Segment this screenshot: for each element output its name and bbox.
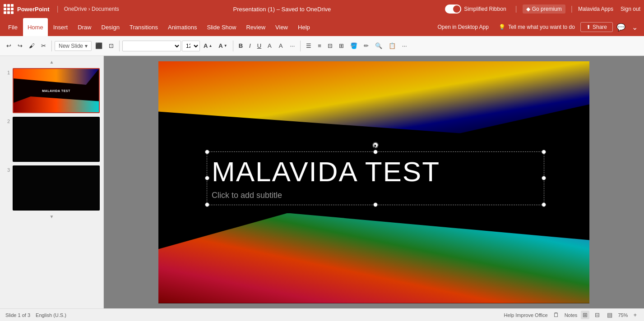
handle-br[interactable] <box>542 202 546 207</box>
menu-item-insert[interactable]: Insert <box>49 18 73 36</box>
clipboard-button[interactable]: 📋 <box>386 41 398 51</box>
toolbar-separator-2 <box>119 41 120 51</box>
slide-2-thumbnail[interactable] <box>13 117 100 162</box>
menu-item-home[interactable]: Home <box>23 18 48 36</box>
slide-3-number: 3 <box>4 167 10 173</box>
menu-item-draw[interactable]: Draw <box>73 18 96 36</box>
italic-button[interactable]: I <box>246 41 254 51</box>
handle-ml[interactable] <box>205 176 209 180</box>
breadcrumb[interactable]: OneDrive › Documents <box>64 6 119 12</box>
handle-bl[interactable] <box>205 202 209 207</box>
app-name: PowerPoint <box>17 6 50 13</box>
slide-canvas: ↻ MALAVIDA TEST Click to add subtitle <box>158 61 589 303</box>
redo-button[interactable]: ↪ <box>15 41 25 51</box>
crop-button[interactable]: ⊡ <box>106 41 116 51</box>
handle-tl[interactable] <box>205 150 209 154</box>
menu-item-design[interactable]: Design <box>97 18 124 36</box>
bullets-button[interactable]: ☰ <box>303 41 314 51</box>
slide-1-thumbnail[interactable]: MALAVIDA TEST <box>13 68 100 113</box>
title-textbox[interactable]: ↻ MALAVIDA TEST Click to add subtitle <box>207 151 544 205</box>
menu-item-animations[interactable]: Animations <box>163 18 201 36</box>
go-premium-label: Go premium <box>532 6 562 12</box>
fill-button[interactable]: 🪣 <box>347 41 360 51</box>
main-area: ▲ 1 MALAVIDA TEST 2 3 <box>0 56 644 308</box>
lightbulb-icon: 💡 <box>499 24 505 30</box>
title-bar-sep2: | <box>515 5 517 13</box>
sign-out-link[interactable]: Sign out <box>621 6 640 12</box>
share-icon: ⬆ <box>586 24 591 30</box>
align-button[interactable]: ⊟ <box>325 41 335 51</box>
slide-sorter-icon[interactable]: ⊟ <box>593 311 602 319</box>
cut-button[interactable]: ✂ <box>38 41 49 51</box>
toggle-switch[interactable] <box>445 5 461 14</box>
scroll-up[interactable]: ▲ <box>4 60 100 64</box>
search-button[interactable]: 🔍 <box>372 41 385 51</box>
status-bar: Slide 1 of 3 English (U.S.) Help Improve… <box>0 308 644 321</box>
font-color-button[interactable]: A <box>276 41 287 51</box>
toolbar-separator-4 <box>300 41 301 51</box>
layout-button[interactable]: ⬛ <box>93 41 105 51</box>
more-options-icon[interactable]: ⌄ <box>629 18 640 36</box>
rotate-handle[interactable]: ↻ <box>372 142 379 148</box>
language-info: English (U.S.) <box>36 312 66 318</box>
slide-panel: ▲ 1 MALAVIDA TEST 2 3 <box>0 56 104 308</box>
numbering-button[interactable]: ≡ <box>315 41 324 51</box>
menu-item-help[interactable]: Help <box>293 18 315 36</box>
font-name-selector[interactable] <box>122 41 181 51</box>
open-desktop-label: Open in Desktop App <box>437 24 488 30</box>
slide-3-inner <box>14 166 99 210</box>
font-size-selector[interactable]: 12 <box>182 41 200 51</box>
overflow-button[interactable]: ··· <box>399 41 410 51</box>
decrease-font-button[interactable]: A▼ <box>216 41 230 51</box>
search-bar[interactable]: 💡 Tell me what you want to do <box>494 18 579 36</box>
diamond-icon: ◆ <box>526 6 530 12</box>
handle-bc[interactable] <box>373 202 378 207</box>
simplified-ribbon-label: Simplified Ribbon <box>464 6 506 12</box>
presentation-title: Presentation (1) – Saved to OneDrive <box>123 6 441 13</box>
new-slide-button[interactable]: New Slide ▾ <box>55 41 92 51</box>
title-bar: PowerPoint | OneDrive › Documents Presen… <box>0 0 644 18</box>
layout2-button[interactable]: ⊞ <box>336 41 347 51</box>
title-bar-sep3: | <box>571 5 573 13</box>
draw-button[interactable]: ✏ <box>361 41 371 51</box>
help-improve-label[interactable]: Help Improve Office <box>504 312 548 318</box>
bold-button[interactable]: B <box>236 41 246 51</box>
menu-item-file[interactable]: File <box>4 18 22 36</box>
menu-item-review[interactable]: Review <box>241 18 270 36</box>
underline-button[interactable]: U <box>255 41 264 51</box>
new-slide-label: New Slide <box>59 43 83 49</box>
waffle-icon[interactable] <box>4 4 14 14</box>
slide-3-thumbnail[interactable] <box>13 165 100 211</box>
reading-view-icon[interactable]: ▤ <box>605 311 614 319</box>
menu-item-slideshow[interactable]: Slide Show <box>202 18 241 36</box>
normal-view-icon[interactable]: ⊞ <box>581 311 589 319</box>
canvas-area[interactable]: ↻ MALAVIDA TEST Click to add subtitle <box>104 56 644 308</box>
menu-item-view[interactable]: View <box>271 18 292 36</box>
go-premium-button[interactable]: ◆ Go premium <box>523 5 565 14</box>
more-text-options[interactable]: ··· <box>287 41 297 51</box>
comments-icon[interactable]: 💬 <box>614 18 628 36</box>
notes-label[interactable]: Notes <box>565 312 578 318</box>
malavida-apps-link[interactable]: Malavida Apps <box>578 6 613 12</box>
slide-title[interactable]: MALAVIDA TEST <box>212 156 539 187</box>
search-label: Tell me what you want to do <box>508 24 575 30</box>
handle-tc[interactable] <box>373 150 378 154</box>
zoom-in-icon[interactable]: + <box>631 311 639 319</box>
highlight-button[interactable]: A <box>265 41 275 51</box>
undo-button[interactable]: ↩ <box>4 41 14 51</box>
handle-tr[interactable] <box>542 150 546 154</box>
scroll-down[interactable]: ▼ <box>4 214 100 219</box>
format-painter-button[interactable]: 🖌 <box>26 41 37 51</box>
open-desktop-button[interactable]: Open in Desktop App <box>433 18 493 36</box>
slide-2-number: 2 <box>4 119 10 124</box>
simplified-ribbon-toggle[interactable]: Simplified Ribbon <box>445 5 506 14</box>
slide-1-thumb-title: MALAVIDA TEST <box>42 89 70 92</box>
increase-font-button[interactable]: A▲ <box>201 41 215 51</box>
notes-icon[interactable]: 🗒 <box>551 311 561 319</box>
share-button[interactable]: ⬆ Share <box>580 22 613 32</box>
menu-item-transitions[interactable]: Transitions <box>125 18 162 36</box>
slide-subtitle[interactable]: Click to add subtitle <box>212 191 539 200</box>
slide-2-container: 2 <box>4 117 100 162</box>
share-label: Share <box>593 24 607 30</box>
new-slide-chevron: ▾ <box>85 43 88 49</box>
